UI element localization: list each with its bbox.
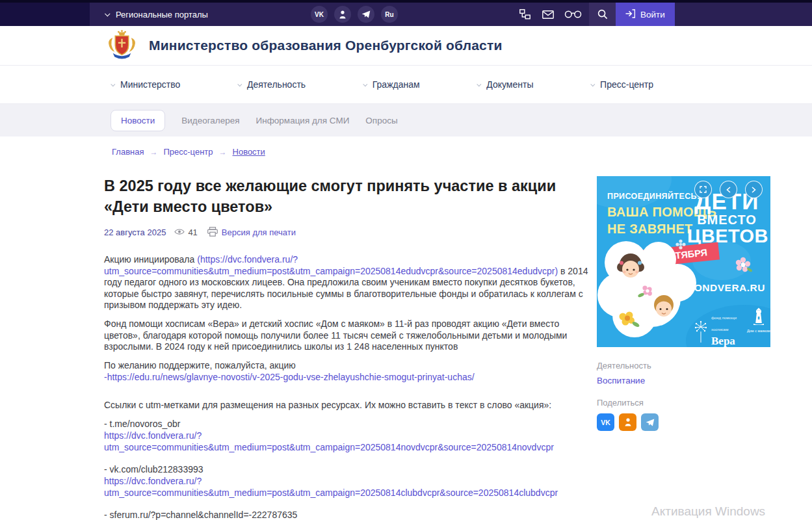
paragraph: Акцию инициировала (https://dvc.fondvera… bbox=[104, 254, 588, 311]
nav-item-activity[interactable]: Деятельность bbox=[239, 79, 306, 90]
tab-media-info[interactable]: Информация для СМИ bbox=[256, 116, 350, 125]
lighthouse-hospice-logo: Дом с маяком bbox=[747, 306, 770, 333]
sitemap-icon[interactable] bbox=[514, 3, 536, 26]
coat-of-arms-logo bbox=[107, 29, 137, 62]
print-version-label: Версия для печати bbox=[222, 228, 296, 237]
carousel-prev-button[interactable] bbox=[720, 181, 737, 198]
breadcrumb-arrow-icon: → bbox=[150, 148, 157, 157]
vk-icon[interactable]: VK bbox=[311, 6, 328, 23]
share-vk-icon[interactable]: VK bbox=[597, 413, 614, 431]
banner-join-text: ПРИСОЕДИНЯЙТЕСЬ! bbox=[607, 192, 700, 201]
views-count: 41 bbox=[188, 228, 197, 237]
chevron-down-icon bbox=[237, 82, 242, 86]
link-block-label: - sferum.ru/?p=channel&channelId=-222787… bbox=[104, 510, 588, 520]
paragraph: Ссылки с utm-метками для размещения на р… bbox=[104, 400, 588, 411]
banner-carousel: ПРИСОЕДИНЯЙТЕСЬ! ВАША ПОМОЩЬ НЕ ЗАВЯНЕТ … bbox=[597, 176, 770, 347]
nav-item-press-center[interactable]: Пресс-центр bbox=[592, 79, 653, 90]
main-navigation: Министерство Деятельность Гражданам Доку… bbox=[0, 66, 812, 104]
breadcrumb-home[interactable]: Главная bbox=[112, 147, 144, 157]
utm-link-block: - sferum.ru/?p=channel&channelId=-222787… bbox=[104, 510, 588, 520]
share-telegram-icon[interactable] bbox=[641, 413, 659, 431]
chevron-down-icon bbox=[363, 82, 367, 86]
login-icon bbox=[625, 9, 635, 20]
article-meta: 22 августа 2025 41 Версия для печати bbox=[104, 227, 588, 239]
share-odnoklassniki-icon[interactable] bbox=[619, 413, 636, 431]
print-version-link[interactable]: Версия для печати bbox=[207, 227, 296, 239]
paragraph: По желанию поддержите, пожалуйста, акцию… bbox=[104, 360, 588, 383]
topbar: Региональные порталы VK Ru bbox=[0, 3, 812, 26]
printer-icon bbox=[207, 227, 218, 239]
eye-icon bbox=[174, 228, 185, 237]
page: Региональные порталы VK Ru bbox=[0, 0, 812, 520]
paragraph: Фонд помощи хосписам «Вера» и детский хо… bbox=[104, 318, 588, 353]
site-header: Министерство образования Оренбургской об… bbox=[0, 26, 812, 66]
flower-decoration bbox=[675, 239, 687, 253]
utm-link-block: - vk.com/club212833993 https://dvc.fondv… bbox=[104, 464, 588, 499]
activity-vospitanie-link[interactable]: Воспитание bbox=[597, 376, 645, 385]
site-title: Министерство образования Оренбургской об… bbox=[149, 38, 503, 53]
search-button[interactable] bbox=[589, 3, 616, 26]
breadcrumb: Главная → Пресс-центр → Новости bbox=[112, 147, 812, 157]
fondvera-utm-link[interactable]: https://dvc.fondvera.ru/? utm_source=com… bbox=[104, 476, 558, 498]
link-block-label: - vk.com/club212833993 bbox=[104, 464, 588, 476]
nav-item-documents[interactable]: Документы bbox=[478, 79, 533, 90]
news-article: В 2025 году все желающие смогут принять … bbox=[104, 176, 588, 520]
topbar-social-links: VK Ru bbox=[311, 6, 398, 23]
article-views: 41 bbox=[174, 228, 197, 237]
sidebar: ПРИСОЕДИНЯЙТЕСЬ! ВАША ПОМОЩЬ НЕ ЗАВЯНЕТ … bbox=[597, 176, 770, 520]
chevron-down-icon bbox=[477, 82, 482, 86]
dandelion-icon bbox=[693, 320, 709, 347]
nav-item-ministry[interactable]: Министерство bbox=[112, 79, 180, 90]
tab-news-active[interactable]: Новости bbox=[111, 110, 165, 131]
utm-link-block: - t.me/novoros_obr https://dvc.fondvera.… bbox=[104, 419, 588, 454]
edu-ru-link[interactable]: -https://edu.ru/news/glavnye-novosti/v-2… bbox=[104, 372, 475, 382]
share-buttons: VK bbox=[597, 413, 770, 431]
breadcrumb-press-center[interactable]: Пресс-центр bbox=[163, 147, 213, 157]
nav-item-citizens[interactable]: Гражданам bbox=[364, 79, 420, 90]
login-button[interactable]: Войти bbox=[616, 3, 675, 26]
content: В 2025 году все желающие смогут принять … bbox=[0, 176, 812, 520]
fullscreen-icon[interactable] bbox=[694, 181, 712, 198]
regional-portals-label: Региональные порталы bbox=[116, 10, 208, 20]
vera-fund-logo: фонд помощихосписам Вера bbox=[693, 310, 737, 347]
telegram-icon[interactable] bbox=[358, 6, 374, 23]
carousel-next-button[interactable] bbox=[745, 181, 763, 198]
breadcrumb-news[interactable]: Новости bbox=[233, 147, 265, 157]
activity-section-label: Деятельность bbox=[597, 361, 770, 370]
chevron-down-icon bbox=[111, 82, 115, 86]
tab-video-gallery[interactable]: Видеогалерея bbox=[181, 116, 239, 125]
article-date: 22 августа 2025 bbox=[104, 228, 166, 237]
banner-children-illustration bbox=[597, 233, 704, 347]
regional-portals-menu[interactable]: Региональные порталы bbox=[106, 3, 208, 26]
mail-icon[interactable] bbox=[537, 3, 559, 26]
vera-logo-text: Вера bbox=[711, 335, 737, 347]
breadcrumb-arrow-icon: → bbox=[219, 148, 227, 157]
chevron-down-icon bbox=[590, 82, 595, 86]
share-section-label: Поделиться bbox=[597, 398, 770, 408]
ru-language-icon[interactable]: Ru bbox=[381, 6, 398, 23]
accessibility-glasses-icon[interactable] bbox=[562, 3, 584, 26]
chevron-down-icon bbox=[105, 11, 110, 16]
article-body: Акцию инициировала (https://dvc.fondvera… bbox=[104, 254, 588, 520]
article-title: В 2025 году все желающие смогут принять … bbox=[104, 176, 588, 218]
press-center-tabs: Новости Видеогалерея Информация для СМИ … bbox=[0, 104, 812, 136]
odnoklassniki-icon[interactable] bbox=[334, 6, 351, 23]
windows-activation-watermark: Активация Windows bbox=[651, 504, 765, 519]
login-label: Войти bbox=[640, 10, 665, 20]
flower-decoration bbox=[733, 255, 753, 278]
link-block-label: - t.me/novoros_obr bbox=[104, 419, 588, 430]
fondvera-utm-link[interactable]: https://dvc.fondvera.ru/? utm_source=com… bbox=[104, 430, 554, 452]
topbar-dark-segment bbox=[0, 3, 90, 26]
tab-polls[interactable]: Опросы bbox=[365, 116, 397, 125]
